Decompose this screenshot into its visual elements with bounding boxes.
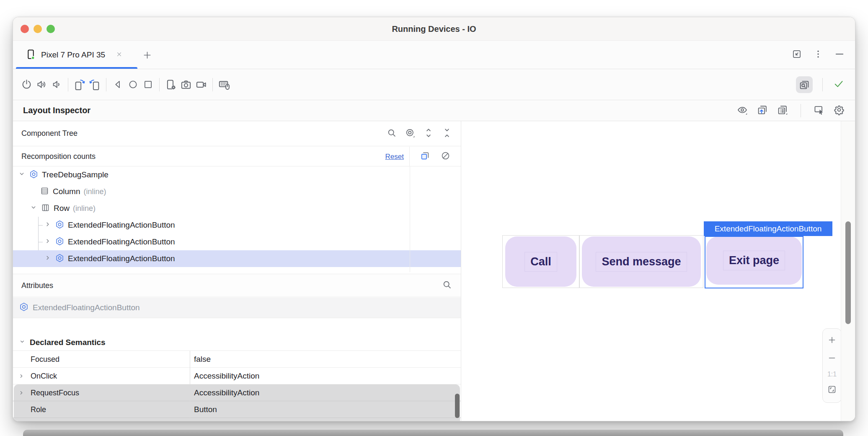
selected-component-row: ExtendedFloatingActionButton: [13, 298, 461, 318]
apply-check-icon[interactable]: [832, 78, 845, 92]
chevron-down-icon[interactable]: [18, 337, 26, 348]
chevron-right-icon[interactable]: [43, 220, 52, 231]
volume-up-icon[interactable]: [34, 75, 49, 94]
attributes-header: Attributes: [13, 274, 461, 297]
zoom-in-icon[interactable]: [827, 335, 837, 347]
zoom-out-icon[interactable]: [827, 353, 837, 365]
window-title: Running Devices - IO: [13, 17, 855, 41]
device-scrollbar-thumb[interactable]: [845, 221, 851, 324]
row-layout-icon: [41, 203, 50, 214]
highlight-recomposition-icon[interactable]: [420, 151, 430, 163]
new-tab-button[interactable]: [139, 47, 155, 63]
chevron-right-icon[interactable]: [17, 372, 26, 382]
more-options-icon[interactable]: [813, 49, 823, 61]
component-tree: TreeDebugSample Column (inline): [13, 166, 461, 267]
component-tree-actions: [386, 127, 452, 140]
chevron-down-icon[interactable]: [29, 203, 38, 214]
chevron-right-icon[interactable]: [43, 253, 52, 264]
tree-node-suffix: (inline): [83, 187, 106, 196]
layout-inspector-toggle-icon[interactable]: [796, 76, 813, 93]
device-screen-panel: Call Send message Exit page ExtendedFloa…: [461, 121, 855, 421]
device-settings-icon[interactable]: [163, 75, 178, 94]
view-options-icon[interactable]: [405, 127, 416, 140]
tree-row-column[interactable]: Column (inline): [13, 183, 461, 200]
toolbar-right-actions: [796, 76, 845, 93]
chevron-right-icon[interactable]: [17, 389, 26, 399]
device-tab-label: Pixel 7 Pro API 35: [41, 50, 105, 60]
tab-bar: Pixel 7 Pro API 35: [13, 41, 855, 69]
selected-component-label: ExtendedFloatingActionButton: [33, 303, 140, 312]
toolbar-separator: [106, 78, 106, 91]
search-icon[interactable]: [442, 279, 452, 292]
device-tab[interactable]: Pixel 7 Pro API 35: [16, 41, 137, 69]
layout-inspector-header: Layout Inspector: [13, 100, 855, 121]
toolbar-separator: [68, 78, 68, 91]
attributes-column-divider: [190, 351, 190, 421]
compose-node-icon: [29, 169, 39, 181]
power-icon[interactable]: [19, 75, 34, 94]
active-tab-indicator: [16, 67, 137, 69]
screenshot-icon[interactable]: [178, 75, 194, 94]
compose-node-icon: [19, 302, 29, 314]
settings-gear-icon[interactable]: [833, 104, 845, 117]
reset-counts-link[interactable]: Reset: [385, 147, 404, 166]
compose-node-icon: [55, 220, 65, 231]
toolbar-separator: [801, 104, 801, 117]
tree-row-fab-1[interactable]: ExtendedFloatingActionButton: [13, 217, 461, 234]
expand-all-icon[interactable]: [423, 127, 434, 140]
counts-column-divider: [410, 166, 410, 272]
attr-value: AccessibilityAction: [194, 384, 259, 401]
fit-screen-icon[interactable]: [827, 384, 837, 396]
attr-value: AccessibilityAction: [194, 368, 259, 384]
attr-value: Button: [194, 401, 217, 418]
actual-size-button[interactable]: 1:1: [827, 371, 837, 378]
left-panel-scrollbar[interactable]: [455, 394, 460, 418]
tree-row-fab-2[interactable]: ExtendedFloatingActionButton: [13, 234, 461, 250]
screen-record-icon[interactable]: [194, 75, 209, 94]
row-divider: [13, 418, 461, 418]
tree-row-treedebugsample[interactable]: TreeDebugSample: [13, 166, 461, 183]
toolbar-separator: [212, 78, 213, 91]
layers-list-icon[interactable]: [777, 104, 788, 117]
attr-row-onclick[interactable]: OnClick AccessibilityAction: [13, 368, 461, 384]
volume-down-icon[interactable]: [49, 75, 64, 94]
tree-row-row[interactable]: Row (inline): [13, 200, 461, 217]
layout-inspector-title: Layout Inspector: [23, 106, 90, 115]
fab-call[interactable]: Call: [505, 236, 576, 287]
home-icon[interactable]: [125, 75, 140, 94]
export-snapshot-icon[interactable]: [757, 104, 768, 117]
attr-row-requestfocus[interactable]: RequestFocus AccessibilityAction: [13, 384, 461, 401]
running-devices-window: Running Devices - IO Pixel 7 Pro API 35: [13, 17, 855, 421]
attributes-title: Attributes: [21, 281, 53, 290]
overview-icon[interactable]: [140, 75, 155, 94]
search-icon[interactable]: [386, 127, 397, 140]
fab-call-label: Call: [524, 252, 557, 272]
attr-row-role[interactable]: Role Button: [13, 401, 461, 418]
restore-window-icon[interactable]: [791, 49, 802, 61]
attr-row-focused[interactable]: Focused false: [13, 351, 461, 368]
declared-semantics-header[interactable]: Declared Semantics: [13, 334, 461, 351]
chevron-right-icon[interactable]: [43, 236, 52, 247]
eye-options-icon[interactable]: [736, 104, 748, 117]
phone-online-icon: [25, 49, 36, 62]
back-icon[interactable]: [110, 75, 125, 94]
disable-counts-icon[interactable]: [440, 151, 451, 163]
tree-row-fab-3-selected[interactable]: ExtendedFloatingActionButton: [13, 250, 461, 267]
hardware-input-icon[interactable]: [217, 75, 232, 94]
tree-node-label: Row: [54, 204, 70, 213]
attr-key: Focused: [31, 351, 59, 368]
compose-node-icon: [55, 253, 65, 265]
select-component-icon[interactable]: [813, 104, 825, 117]
column-layout-icon: [40, 186, 49, 197]
declared-semantics-title: Declared Semantics: [30, 338, 106, 347]
component-tree-title: Component Tree: [21, 129, 78, 138]
fab-send-message[interactable]: Send message: [582, 236, 701, 287]
chevron-down-icon[interactable]: [17, 169, 26, 180]
close-tab-icon[interactable]: [116, 51, 123, 60]
collapse-all-icon[interactable]: [442, 127, 452, 140]
rotate-right-icon[interactable]: [87, 75, 102, 94]
desktop-background: Running Devices - IO Pixel 7 Pro API 35: [0, 0, 868, 436]
dock-edge: [23, 430, 843, 436]
hide-icon[interactable]: [834, 49, 845, 61]
rotate-left-icon[interactable]: [72, 75, 87, 94]
